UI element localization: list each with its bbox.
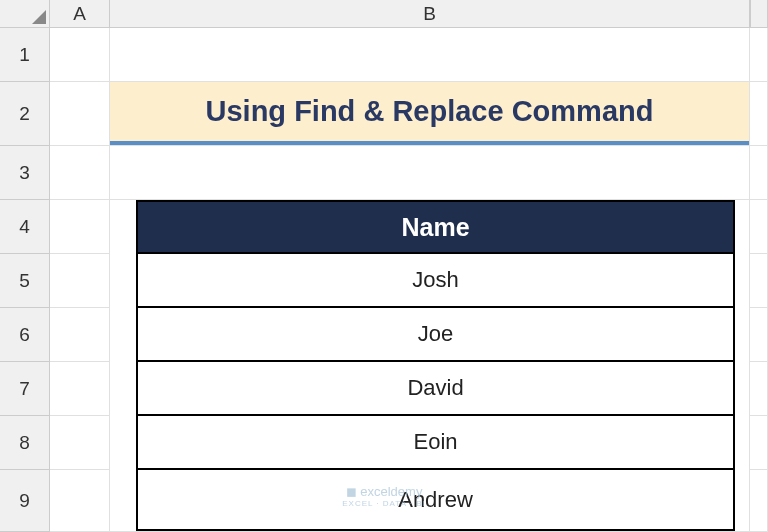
cell-a8[interactable] bbox=[50, 416, 110, 470]
column-header-b[interactable]: B bbox=[110, 0, 750, 28]
row-header-5[interactable]: 5 bbox=[0, 254, 50, 308]
table-row: Joe bbox=[136, 308, 735, 362]
cell-a9[interactable] bbox=[50, 470, 110, 532]
cell-a2[interactable] bbox=[50, 82, 110, 146]
cell-a5[interactable] bbox=[50, 254, 110, 308]
cell-c8-partial[interactable] bbox=[750, 416, 768, 470]
table-row: Eoin bbox=[136, 416, 735, 470]
cell-a1[interactable] bbox=[50, 28, 110, 82]
column-header-c-partial[interactable] bbox=[750, 0, 768, 28]
cell-c2-partial[interactable] bbox=[750, 82, 768, 146]
table-header-name: Name bbox=[136, 200, 735, 254]
row-header-2[interactable]: 2 bbox=[0, 82, 50, 146]
cell-c6-partial[interactable] bbox=[750, 308, 768, 362]
row-header-7[interactable]: 7 bbox=[0, 362, 50, 416]
cell-b3[interactable] bbox=[110, 146, 750, 200]
cell-b5[interactable]: Josh bbox=[110, 254, 750, 308]
select-all-corner[interactable] bbox=[0, 0, 50, 28]
cell-b2[interactable]: Using Find & Replace Command bbox=[110, 82, 750, 146]
cell-b1[interactable] bbox=[110, 28, 750, 82]
cell-b8[interactable]: Eoin bbox=[110, 416, 750, 470]
cell-a7[interactable] bbox=[50, 362, 110, 416]
cell-b9[interactable]: Andrew bbox=[110, 470, 750, 532]
cell-c4-partial[interactable] bbox=[750, 200, 768, 254]
row-header-3[interactable]: 3 bbox=[0, 146, 50, 200]
cell-a3[interactable] bbox=[50, 146, 110, 200]
cell-c1-partial[interactable] bbox=[750, 28, 768, 82]
spreadsheet-grid: A B 1 2 Using Find & Replace Command 3 4… bbox=[0, 0, 768, 532]
cell-b7[interactable]: David bbox=[110, 362, 750, 416]
cell-c5-partial[interactable] bbox=[750, 254, 768, 308]
cell-c9-partial[interactable] bbox=[750, 470, 768, 532]
table-row: Andrew bbox=[136, 470, 735, 531]
row-header-1[interactable]: 1 bbox=[0, 28, 50, 82]
cell-b4[interactable]: Name bbox=[110, 200, 750, 254]
table-row: David bbox=[136, 362, 735, 416]
column-header-a[interactable]: A bbox=[50, 0, 110, 28]
row-header-8[interactable]: 8 bbox=[0, 416, 50, 470]
cell-c3-partial[interactable] bbox=[750, 146, 768, 200]
cell-c7-partial[interactable] bbox=[750, 362, 768, 416]
cell-a4[interactable] bbox=[50, 200, 110, 254]
table-row: Josh bbox=[136, 254, 735, 308]
row-header-9[interactable]: 9 bbox=[0, 470, 50, 532]
row-header-4[interactable]: 4 bbox=[0, 200, 50, 254]
cell-a6[interactable] bbox=[50, 308, 110, 362]
cell-b6[interactable]: Joe bbox=[110, 308, 750, 362]
row-header-6[interactable]: 6 bbox=[0, 308, 50, 362]
page-title: Using Find & Replace Command bbox=[110, 82, 749, 145]
